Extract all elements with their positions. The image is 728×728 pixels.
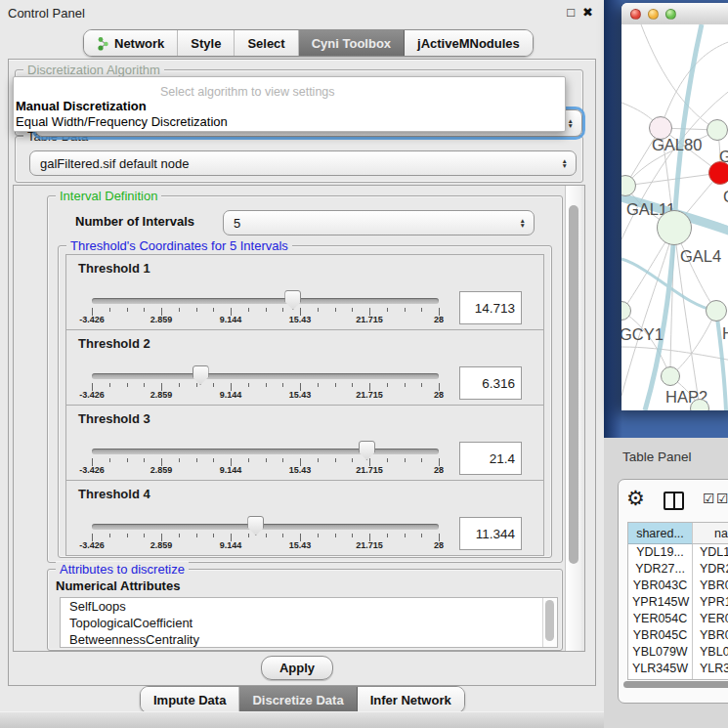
cell-name[interactable]: YDL19 bbox=[693, 544, 728, 561]
table-row[interactable]: YBL079WYBL07 bbox=[628, 644, 728, 661]
cell-name[interactable]: YBL07 bbox=[693, 644, 728, 661]
cell-shared-name[interactable]: YLR345W bbox=[628, 661, 693, 677]
column-header-name[interactable]: na bbox=[693, 523, 728, 544]
scrollbar-thumb[interactable] bbox=[545, 600, 554, 641]
slider-track[interactable] bbox=[92, 373, 439, 379]
split-columns-icon[interactable] bbox=[664, 492, 684, 510]
gear-icon[interactable]: ⚙ bbox=[626, 487, 645, 510]
close-traffic-light-icon[interactable] bbox=[630, 9, 641, 20]
tab-style[interactable]: Style bbox=[178, 30, 235, 56]
zoom-traffic-light-icon[interactable] bbox=[665, 9, 676, 20]
cell-name[interactable]: YLR34 bbox=[693, 661, 728, 677]
slider-thumb[interactable] bbox=[284, 290, 301, 310]
slider-thumb[interactable] bbox=[359, 441, 375, 460]
network-node-c[interactable] bbox=[708, 161, 728, 185]
node-attribute-table[interactable]: shared... na YDL19...YDL19YDR27...YDR27Y… bbox=[627, 522, 728, 680]
cell-shared-name[interactable]: YBR045C bbox=[628, 627, 693, 644]
table-row[interactable]: YPR145WYPR14 bbox=[628, 594, 728, 611]
network-node-gal4[interactable] bbox=[657, 210, 692, 245]
float-window-icon[interactable]: □ bbox=[567, 5, 575, 20]
slider-minor-tick bbox=[405, 308, 406, 312]
slider-track[interactable] bbox=[92, 524, 439, 530]
slider-minor-tick bbox=[282, 383, 283, 387]
threshold-value-field[interactable]: 11.344 bbox=[459, 517, 522, 550]
network-node-h[interactable] bbox=[706, 300, 727, 321]
combo-arrows-icon: ▲▼ bbox=[520, 218, 526, 228]
threshold-label: Threshold 1 bbox=[78, 261, 150, 276]
popup-item-manual-discretization[interactable]: Manual Discretization bbox=[16, 99, 147, 113]
cell-shared-name[interactable]: YER054C bbox=[628, 611, 693, 627]
interval-definition-title: Interval Definition bbox=[56, 189, 161, 203]
slider-minor-tick bbox=[196, 458, 197, 462]
list-item[interactable]: TopologicalCoefficient bbox=[61, 615, 557, 631]
tab-impute-data[interactable]: Impute Data bbox=[141, 687, 239, 712]
unselect-all-checkbox-icon[interactable]: ☑ bbox=[716, 491, 728, 506]
cell-name[interactable]: YDR27 bbox=[693, 561, 728, 578]
network-node-hap2[interactable] bbox=[661, 366, 680, 386]
cell-shared-name[interactable]: YIL052C bbox=[628, 677, 693, 680]
slider-tick-label: 28 bbox=[413, 465, 464, 475]
cell-name[interactable]: YPR14 bbox=[693, 594, 728, 611]
threshold-value-field[interactable]: 6.316 bbox=[459, 366, 522, 400]
slider-tick-label: 2.859 bbox=[136, 390, 187, 400]
table-row[interactable]: YIL052CYIL05 bbox=[628, 677, 728, 680]
table-row[interactable]: YER054CYER05 bbox=[628, 611, 728, 627]
list-item[interactable]: SelfLoops bbox=[61, 598, 557, 615]
threshold-value-field[interactable]: 14.713 bbox=[459, 291, 522, 324]
cell-shared-name[interactable]: YDL19... bbox=[628, 544, 693, 561]
network-view-window[interactable]: GAL80GACGAL11GAL4HGCY1HAP2 bbox=[621, 3, 728, 410]
threshold-value-field[interactable]: 21.4 bbox=[459, 442, 522, 475]
combo-arrows-icon: ▲▼ bbox=[562, 158, 568, 168]
table-row[interactable]: YDR27...YDR27 bbox=[628, 561, 728, 578]
number-of-intervals-combobox[interactable]: 5 ▲▼ bbox=[223, 210, 535, 236]
slider-track[interactable] bbox=[92, 298, 439, 304]
cell-name[interactable]: YIL05 bbox=[693, 677, 728, 680]
network-window-titlebar[interactable] bbox=[621, 3, 728, 25]
close-icon[interactable]: ✖ bbox=[582, 5, 593, 20]
tab-select[interactable]: Select bbox=[235, 30, 298, 56]
tab-jactivemnodules[interactable]: jActiveMNodules bbox=[405, 30, 533, 56]
numerical-attributes-list[interactable]: SelfLoopsTopologicalCoefficientBetweenne… bbox=[60, 597, 558, 648]
slider-thumb[interactable] bbox=[247, 516, 264, 535]
table-row[interactable]: YBR045CYBR04 bbox=[628, 627, 728, 644]
slider-thumb[interactable] bbox=[193, 365, 209, 385]
cell-name[interactable]: YBR04 bbox=[693, 627, 728, 644]
cell-name[interactable]: YBR04 bbox=[693, 578, 728, 594]
tab-infer-network[interactable]: Infer Network bbox=[358, 687, 464, 712]
minimize-traffic-light-icon[interactable] bbox=[648, 9, 659, 20]
table-row[interactable]: YBR043CYBR04 bbox=[628, 578, 728, 594]
popup-item-equal-width-frequency[interactable]: Equal Width/Frequency Discretization bbox=[16, 114, 228, 129]
cell-name[interactable]: YER05 bbox=[693, 611, 728, 627]
slider-tick-label: 15.43 bbox=[275, 390, 325, 400]
tab-cyni-toolbox[interactable]: Cyni Toolbox bbox=[299, 30, 405, 56]
window-shadow bbox=[604, 0, 622, 438]
cell-shared-name[interactable]: YPR145W bbox=[628, 594, 693, 611]
slider-minor-tick bbox=[282, 308, 283, 312]
network-canvas[interactable]: GAL80GACGAL11GAL4HGCY1HAP2 bbox=[621, 24, 728, 410]
attributes-scrollbar[interactable] bbox=[542, 598, 557, 647]
slider-minor-tick bbox=[179, 534, 180, 537]
slider-minor-tick bbox=[421, 383, 422, 387]
network-node-ga[interactable] bbox=[707, 119, 728, 141]
table-row[interactable]: YDL19...YDL19 bbox=[628, 544, 728, 561]
apply-button[interactable]: Apply bbox=[261, 656, 333, 680]
cell-shared-name[interactable]: YBL079W bbox=[628, 644, 693, 661]
tab-cyni-toolbox-label: Cyni Toolbox bbox=[312, 36, 391, 51]
list-item[interactable]: BetweennessCentrality bbox=[61, 631, 557, 648]
scrollbar-thumb[interactable] bbox=[569, 205, 578, 564]
slider-tick-label: 15.43 bbox=[275, 540, 325, 550]
vertical-scrollbar[interactable] bbox=[565, 186, 581, 651]
column-header-shared-name[interactable]: shared... bbox=[628, 523, 693, 544]
slider-track[interactable] bbox=[92, 449, 439, 454]
tab-discretize-data[interactable]: Discretize Data bbox=[239, 687, 357, 712]
table-data-combobox[interactable]: galFiltered.sif default node ▲▼ bbox=[29, 150, 577, 176]
table-row[interactable]: YLR345WYLR34 bbox=[628, 661, 728, 677]
cell-shared-name[interactable]: YBR043C bbox=[628, 578, 693, 594]
cell-shared-name[interactable]: YDR27... bbox=[628, 561, 693, 578]
tab-network[interactable]: Network bbox=[84, 30, 178, 56]
node-label: GCY1 bbox=[621, 325, 664, 344]
status-strip bbox=[0, 711, 604, 728]
table-data-group: Table Data galFiltered.sif default node … bbox=[15, 136, 583, 183]
select-all-checkbox-icon[interactable]: ☑ bbox=[703, 491, 715, 506]
table-horizontal-scrollbar[interactable] bbox=[623, 681, 728, 688]
